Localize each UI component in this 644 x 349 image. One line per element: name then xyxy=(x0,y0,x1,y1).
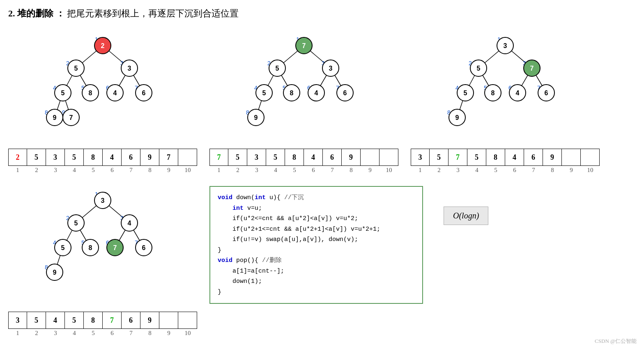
svg-text:6: 6 xyxy=(343,90,347,96)
svg-text:5: 5 xyxy=(464,90,467,96)
svg-text:7: 7 xyxy=(69,114,73,121)
svg-text:5: 5 xyxy=(61,244,65,251)
title-bold: 堆的删除 xyxy=(17,8,53,18)
array-2: 7 5 3 5 8 4 6 9 1 2 3 4 5 6 7 8 9 xyxy=(209,149,398,174)
svg-text:4: 4 xyxy=(516,90,520,96)
code-line-7: void pop(){ //删除 xyxy=(218,255,415,266)
code-line-3: if(u*2<=cnt && a[u*2]<a[v]) v=u*2; xyxy=(218,214,415,224)
code-line-8: a[1]=a[cnt--]; xyxy=(218,266,415,277)
svg-text:9: 9 xyxy=(455,114,459,121)
bottom-row: 1 3 2 5 3 4 4 5 5 8 6 7 7 6 8 9 xyxy=(8,182,636,337)
array-3: 3 5 7 5 8 4 6 9 1 2 3 4 5 6 7 8 9 xyxy=(411,149,600,174)
tree-svg-1: 1 2 2 5 3 3 4 5 5 8 6 4 7 xyxy=(43,27,162,146)
array-1: 2 5 3 5 8 4 6 9 7 1 2 3 4 5 6 7 8 9 xyxy=(8,149,197,174)
title-bar: 2. 堆的删除 ： 把尾元素移到根上，再逐层下沉到合适位置 xyxy=(8,7,636,20)
svg-text:8: 8 xyxy=(89,244,92,251)
title-colon: ： xyxy=(56,8,65,18)
code-line-4: if(u*2+1<=cnt && a[u*2+1]<a[v]) v=u*2+1; xyxy=(218,224,415,235)
code-box: void down(int u){ //下沉 int v=u; if(u*2<=… xyxy=(209,186,423,304)
diagram-block-2: 1 7 2 5 3 3 4 5 5 8 6 4 7 6 8 9 xyxy=(209,27,398,174)
svg-text:7: 7 xyxy=(113,244,117,251)
diagram-block-1: 1 2 2 5 3 3 4 5 5 8 6 4 7 xyxy=(8,27,197,174)
svg-text:2: 2 xyxy=(101,42,105,49)
svg-text:6: 6 xyxy=(142,244,146,251)
code-line-10: } xyxy=(218,287,415,298)
svg-text:7: 7 xyxy=(530,65,534,72)
footer-text: CSDN @仁公智能 xyxy=(595,338,637,345)
svg-text:5: 5 xyxy=(74,65,78,72)
svg-text:6: 6 xyxy=(545,90,548,96)
code-line-1: void down(int u){ //下沉 xyxy=(218,193,415,203)
svg-text:3: 3 xyxy=(101,197,105,204)
title-desc: 把尾元素移到根上，再逐层下沉到合适位置 xyxy=(67,8,239,18)
title-number: 2. xyxy=(8,8,15,18)
svg-text:8: 8 xyxy=(290,90,294,96)
code-line-2: int v=u; xyxy=(218,203,415,214)
svg-text:5: 5 xyxy=(262,90,266,96)
tree-svg-4: 1 3 2 5 3 4 4 5 5 8 6 7 7 6 8 9 xyxy=(43,182,162,309)
svg-text:9: 9 xyxy=(254,114,258,121)
array-4: 3 5 4 5 8 7 6 9 1 2 3 4 5 6 7 8 9 xyxy=(8,312,197,337)
code-line-6: } xyxy=(218,245,415,256)
svg-text:5: 5 xyxy=(276,65,279,72)
svg-text:4: 4 xyxy=(315,90,318,96)
complexity-box: O(logn) xyxy=(444,207,488,225)
svg-text:5: 5 xyxy=(74,220,78,227)
svg-text:7: 7 xyxy=(302,42,306,49)
tree-svg-3: 1 3 2 5 3 7 4 5 5 8 6 4 7 6 8 9 xyxy=(446,27,565,146)
tree-svg-2: 1 7 2 5 3 3 4 5 5 8 6 4 7 6 8 9 xyxy=(244,27,363,146)
svg-text:9: 9 xyxy=(53,269,57,276)
code-line-9: down(1); xyxy=(218,276,415,287)
complexity-text: O(logn) xyxy=(453,211,479,220)
svg-text:9: 9 xyxy=(53,114,57,121)
svg-text:4: 4 xyxy=(113,90,117,96)
svg-text:6: 6 xyxy=(142,90,146,96)
code-line-5: if(u!=v) swap(a[u],a[v]), down(v); xyxy=(218,234,415,245)
diagram-block-4: 1 3 2 5 3 4 4 5 5 8 6 7 7 6 8 9 xyxy=(8,182,197,337)
svg-text:5: 5 xyxy=(61,90,65,96)
diagram-block-3: 1 3 2 5 3 7 4 5 5 8 6 4 7 6 8 9 xyxy=(411,27,600,174)
svg-text:3: 3 xyxy=(504,42,507,49)
svg-text:3: 3 xyxy=(128,65,131,72)
top-diagrams-row: 1 2 2 5 3 3 4 5 5 8 6 4 7 xyxy=(8,27,636,174)
svg-text:3: 3 xyxy=(329,65,333,72)
svg-text:8: 8 xyxy=(491,90,495,96)
svg-text:8: 8 xyxy=(89,90,92,96)
svg-text:4: 4 xyxy=(128,220,131,227)
svg-text:5: 5 xyxy=(477,65,481,72)
